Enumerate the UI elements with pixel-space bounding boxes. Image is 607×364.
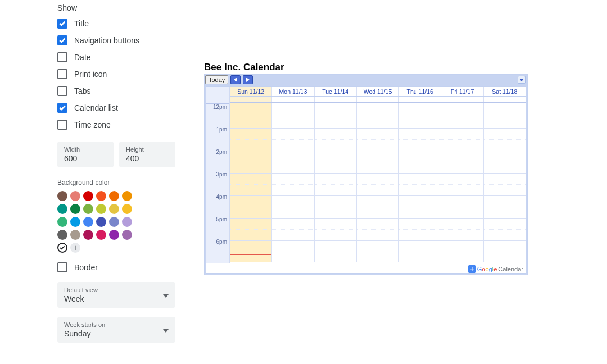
allday-cell[interactable] xyxy=(315,97,357,102)
prev-button[interactable] xyxy=(230,75,241,84)
color-swatch[interactable] xyxy=(83,230,93,240)
add-color-button[interactable]: + xyxy=(70,243,80,253)
calendar-footer: + Google Calendar xyxy=(206,263,526,274)
chevron-right-icon xyxy=(246,78,250,82)
checkbox[interactable] xyxy=(57,35,67,46)
day-column[interactable] xyxy=(399,103,441,262)
color-swatch[interactable] xyxy=(57,204,67,214)
day-column[interactable] xyxy=(441,103,483,262)
show-option-calendar-list[interactable]: Calendar list xyxy=(57,102,175,113)
svg-marker-0 xyxy=(163,294,169,298)
color-swatch[interactable] xyxy=(96,204,106,214)
calendar-body: 12pm1pm2pm3pm4pm5pm6pm Sun 11/12Mon 11/1… xyxy=(206,86,526,263)
checkbox[interactable] xyxy=(57,86,67,96)
show-option-navigation-buttons[interactable]: Navigation buttons xyxy=(57,35,175,46)
time-label: 2pm xyxy=(216,149,227,155)
color-swatch[interactable] xyxy=(57,191,67,201)
day-header-row: Sun 11/12Mon 11/13Tue 11/14Wed 11/15Thu … xyxy=(230,87,526,97)
allday-cell[interactable] xyxy=(357,97,399,102)
color-swatch[interactable] xyxy=(83,217,93,227)
day-header[interactable]: Sun 11/12 xyxy=(230,87,272,96)
time-label: 12pm xyxy=(213,104,227,110)
color-swatch[interactable] xyxy=(57,230,67,240)
color-swatch[interactable] xyxy=(122,191,132,201)
checkbox[interactable] xyxy=(57,103,67,113)
color-swatch[interactable] xyxy=(83,204,93,214)
checkbox-label: Print icon xyxy=(74,70,107,79)
calendar-preview: Bee Inc. Calendar Today 12pm1pm2pm3pm4pm… xyxy=(204,62,528,275)
day-header[interactable]: Fri 11/17 xyxy=(441,87,483,96)
time-label: 6pm xyxy=(216,239,227,245)
day-column[interactable] xyxy=(230,103,272,262)
view-selector-dropdown[interactable] xyxy=(518,76,526,84)
checkbox[interactable] xyxy=(57,52,67,62)
color-swatch-selected[interactable] xyxy=(57,243,67,253)
chevron-down-icon xyxy=(519,79,524,81)
day-column[interactable] xyxy=(315,103,357,262)
show-option-print-icon[interactable]: Print icon xyxy=(57,69,175,80)
day-header[interactable]: Wed 11/15 xyxy=(357,87,399,96)
background-color-section: Background color + xyxy=(57,179,175,253)
color-swatch[interactable] xyxy=(109,230,119,240)
allday-cell[interactable] xyxy=(441,97,483,102)
allday-cell[interactable] xyxy=(230,97,272,102)
color-swatch[interactable] xyxy=(109,204,119,214)
day-header[interactable]: Sat 11/18 xyxy=(484,87,526,96)
day-column[interactable] xyxy=(272,103,314,262)
show-option-tabs[interactable]: Tabs xyxy=(57,85,175,97)
time-gutter: 12pm1pm2pm3pm4pm5pm6pm xyxy=(206,87,230,263)
allday-cell[interactable] xyxy=(399,97,441,102)
border-checkbox-row[interactable]: Border xyxy=(57,262,175,273)
dimension-row: Width 600 Height 400 xyxy=(57,142,175,167)
calendar-toolbar: Today xyxy=(205,75,527,86)
color-swatch[interactable] xyxy=(70,217,80,227)
color-swatch[interactable] xyxy=(96,217,106,227)
checkbox[interactable] xyxy=(57,69,67,79)
svg-marker-4 xyxy=(519,79,524,81)
day-header[interactable]: Tue 11/14 xyxy=(315,87,357,96)
color-swatch[interactable] xyxy=(70,230,80,240)
color-swatch[interactable] xyxy=(57,217,67,227)
color-swatch[interactable] xyxy=(122,204,132,214)
chevron-down-icon xyxy=(163,291,169,299)
show-option-time-zone[interactable]: Time zone xyxy=(57,119,175,130)
day-column[interactable] xyxy=(484,103,526,262)
day-header[interactable]: Thu 11/16 xyxy=(399,87,441,96)
default-view-dropdown[interactable]: Default view Week xyxy=(57,282,175,308)
color-swatch[interactable] xyxy=(83,191,93,201)
show-option-title[interactable]: Title xyxy=(57,18,175,29)
width-input[interactable]: Width 600 xyxy=(57,142,114,167)
color-swatch[interactable] xyxy=(96,230,106,240)
week-starts-dropdown[interactable]: Week starts on Sunday xyxy=(57,317,175,343)
checkbox[interactable] xyxy=(57,120,67,130)
day-column[interactable] xyxy=(357,103,399,262)
color-swatch[interactable] xyxy=(109,191,119,201)
next-button[interactable] xyxy=(243,75,253,84)
checkbox-label: Tabs xyxy=(74,87,91,95)
google-calendar-badge[interactable]: + Google Calendar xyxy=(468,265,523,273)
allday-cell[interactable] xyxy=(484,97,526,102)
chevron-left-icon xyxy=(234,78,237,82)
today-button[interactable]: Today xyxy=(205,75,228,84)
height-input[interactable]: Height 400 xyxy=(119,142,175,167)
time-label: 5pm xyxy=(216,216,227,222)
allday-cell[interactable] xyxy=(272,97,314,102)
calendar-grid[interactable] xyxy=(230,103,526,262)
color-swatch[interactable] xyxy=(70,191,80,201)
border-checkbox[interactable] xyxy=(57,262,67,272)
color-swatch[interactable] xyxy=(122,230,132,240)
show-option-date[interactable]: Date xyxy=(57,52,175,63)
color-swatch[interactable] xyxy=(70,204,80,214)
color-swatch[interactable] xyxy=(96,191,106,201)
embed-settings-sidebar: Show TitleNavigation buttonsDatePrint ic… xyxy=(57,3,175,343)
border-label: Border xyxy=(74,263,98,272)
now-indicator xyxy=(230,254,271,255)
checkbox-label: Date xyxy=(74,53,91,62)
color-swatch[interactable] xyxy=(109,217,119,227)
calendar-frame: Today 12pm1pm2pm3pm4pm5pm6pm Sun 11/12Mo… xyxy=(204,74,528,275)
day-header[interactable]: Mon 11/13 xyxy=(272,87,314,96)
allday-row xyxy=(230,97,526,103)
time-label: 3pm xyxy=(216,171,227,178)
color-swatch[interactable] xyxy=(122,217,132,227)
checkbox[interactable] xyxy=(57,19,67,29)
